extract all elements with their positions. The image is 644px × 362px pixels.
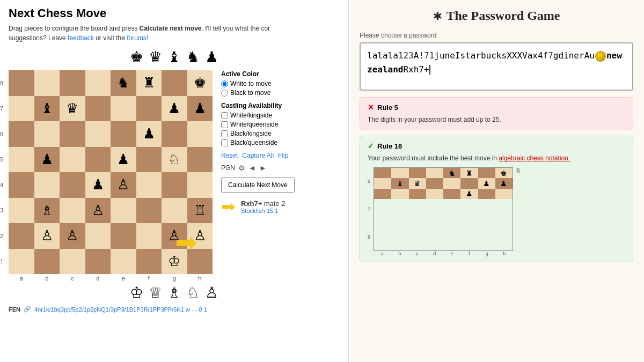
sq-e3[interactable] bbox=[111, 198, 136, 224]
sq-e1[interactable] bbox=[111, 249, 136, 275]
cb-black-queenside[interactable] bbox=[221, 139, 228, 146]
radio-white[interactable] bbox=[221, 80, 228, 87]
sq-d8[interactable] bbox=[85, 70, 111, 96]
cb-white-kingside[interactable] bbox=[221, 112, 228, 119]
rule16-link[interactable]: algebraic chess notation. bbox=[499, 154, 570, 162]
active-color-title: Active Color bbox=[221, 70, 318, 78]
sq-f1[interactable] bbox=[136, 249, 162, 275]
result-info: Rxh7+ mate 2 Stockfish 15.1 bbox=[241, 200, 285, 214]
fen-external-link-icon[interactable]: 🔗 bbox=[24, 306, 31, 313]
pgn-row: PGN ⚙ ◄ ► bbox=[221, 164, 318, 172]
sq-d1[interactable] bbox=[85, 249, 111, 275]
sq-h6[interactable] bbox=[187, 121, 213, 147]
sq-f8[interactable]: ♜ bbox=[136, 70, 162, 96]
sq-d2[interactable] bbox=[85, 223, 111, 249]
sq-f5[interactable] bbox=[136, 147, 162, 173]
rule16-pass-icon: ✓ bbox=[368, 142, 374, 150]
forums-link[interactable]: forums! bbox=[127, 34, 148, 42]
sq-b3[interactable]: ♗ bbox=[34, 198, 60, 224]
sq-c6[interactable] bbox=[60, 121, 85, 147]
castling-section: Castling Availability White/kingside Whi… bbox=[221, 102, 318, 146]
active-color-section: Active Color White to move Black to move bbox=[221, 70, 318, 97]
sq-a5[interactable] bbox=[9, 147, 34, 173]
password-input[interactable]: lalala123A!71juneIstarbucksXXXVax4f7gdin… bbox=[360, 42, 633, 91]
capture-all-link[interactable]: Capture All bbox=[242, 152, 274, 159]
cb-white-queenside[interactable] bbox=[221, 121, 228, 128]
mate-text: mate 2 bbox=[264, 200, 286, 208]
sq-g6[interactable] bbox=[162, 121, 187, 147]
sq-g5[interactable]: ♘ bbox=[162, 147, 187, 173]
radio-black-row[interactable]: Black to move bbox=[221, 89, 318, 97]
sq-a4[interactable] bbox=[9, 172, 34, 198]
forward-arrow-icon[interactable]: ► bbox=[259, 164, 267, 172]
sq-b5[interactable]: ♟ bbox=[34, 147, 60, 173]
sq-e5[interactable]: ♟ bbox=[111, 147, 136, 173]
sq-d4[interactable]: ♟ bbox=[85, 172, 111, 198]
sq-e8[interactable]: ♞ bbox=[111, 70, 136, 96]
piece-king-black: ♚ bbox=[130, 48, 143, 66]
sq-b8[interactable] bbox=[34, 70, 60, 96]
sq-a3[interactable] bbox=[9, 198, 34, 224]
sq-c2[interactable]: ♙ bbox=[60, 223, 85, 249]
piece-knight-black: ♞ bbox=[186, 48, 200, 66]
flip-link[interactable]: Flip bbox=[278, 152, 288, 159]
sq-e2[interactable] bbox=[111, 223, 136, 249]
sq-f4[interactable] bbox=[136, 172, 162, 198]
checkbox-white-queenside[interactable]: White/queenside bbox=[221, 121, 318, 128]
sq-c8[interactable] bbox=[60, 70, 85, 96]
sq-f6[interactable]: ♟ bbox=[136, 121, 162, 147]
sq-e4[interactable]: ♙ bbox=[111, 172, 136, 198]
checkbox-black-queenside[interactable]: Black/queenside bbox=[221, 139, 318, 146]
gear-icon[interactable]: ⚙ bbox=[238, 164, 245, 172]
sq-f7[interactable] bbox=[136, 96, 162, 122]
radio-black[interactable] bbox=[221, 90, 228, 97]
sq-h3[interactable]: ♖ bbox=[187, 198, 213, 224]
piece-knight-white: ♘ bbox=[186, 284, 200, 301]
checkbox-black-kingside[interactable]: Black/kingside bbox=[221, 130, 318, 137]
feedback-link[interactable]: feedback bbox=[68, 34, 94, 42]
sq-a1[interactable] bbox=[9, 249, 34, 275]
piece-bishop-white: ♗ bbox=[167, 284, 181, 301]
sq-c5[interactable] bbox=[60, 147, 85, 173]
sq-d5[interactable] bbox=[85, 147, 111, 173]
sq-d6[interactable] bbox=[85, 121, 111, 147]
sq-f2[interactable] bbox=[136, 223, 162, 249]
sq-c3[interactable] bbox=[60, 198, 85, 224]
cb-black-kingside[interactable] bbox=[221, 130, 228, 137]
sq-b1[interactable] bbox=[34, 249, 60, 275]
sq-d3[interactable]: ♙ bbox=[85, 198, 111, 224]
sq-h5[interactable] bbox=[187, 147, 213, 173]
sq-c1[interactable] bbox=[60, 249, 85, 275]
reset-link[interactable]: Reset bbox=[221, 152, 238, 159]
radio-white-row[interactable]: White to move bbox=[221, 80, 318, 87]
sq-a6[interactable] bbox=[9, 121, 34, 147]
sq-b7[interactable]: ♝ bbox=[34, 96, 60, 122]
sq-h7[interactable]: ♟ bbox=[187, 96, 213, 122]
sq-f3[interactable] bbox=[136, 198, 162, 224]
sq-e7[interactable] bbox=[111, 96, 136, 122]
calculate-button[interactable]: Calculate Next Move bbox=[221, 178, 295, 193]
sq-e6[interactable] bbox=[111, 121, 136, 147]
sq-a8[interactable] bbox=[9, 70, 34, 96]
castling-title: Castling Availability bbox=[221, 102, 318, 109]
rule5-fail-icon: ✕ bbox=[368, 103, 374, 112]
sq-g8[interactable] bbox=[162, 70, 187, 96]
sq-g4[interactable] bbox=[162, 172, 187, 198]
sq-c7[interactable]: ♛ bbox=[60, 96, 85, 122]
sq-a7[interactable] bbox=[9, 96, 34, 122]
sq-g7[interactable]: ♟ bbox=[162, 96, 187, 122]
sq-h8[interactable]: ♚ bbox=[187, 70, 213, 96]
sq-c4[interactable] bbox=[60, 172, 85, 198]
sq-d7[interactable] bbox=[85, 96, 111, 122]
sq-h4[interactable] bbox=[187, 172, 213, 198]
checkbox-white-kingside[interactable]: White/kingside bbox=[221, 112, 318, 119]
sq-b4[interactable] bbox=[34, 172, 60, 198]
result-row: ➡ Rxh7+ mate 2 Stockfish 15.1 bbox=[221, 198, 318, 215]
pgn-label: PGN bbox=[221, 164, 235, 172]
sq-b2[interactable]: ♙ bbox=[34, 223, 60, 249]
sq-b6[interactable] bbox=[34, 121, 60, 147]
back-arrow-icon[interactable]: ◄ bbox=[248, 164, 256, 172]
controls-panel: Active Color White to move Black to move… bbox=[221, 70, 318, 282]
sq-g3[interactable] bbox=[162, 198, 187, 224]
sq-a2[interactable] bbox=[9, 223, 34, 249]
